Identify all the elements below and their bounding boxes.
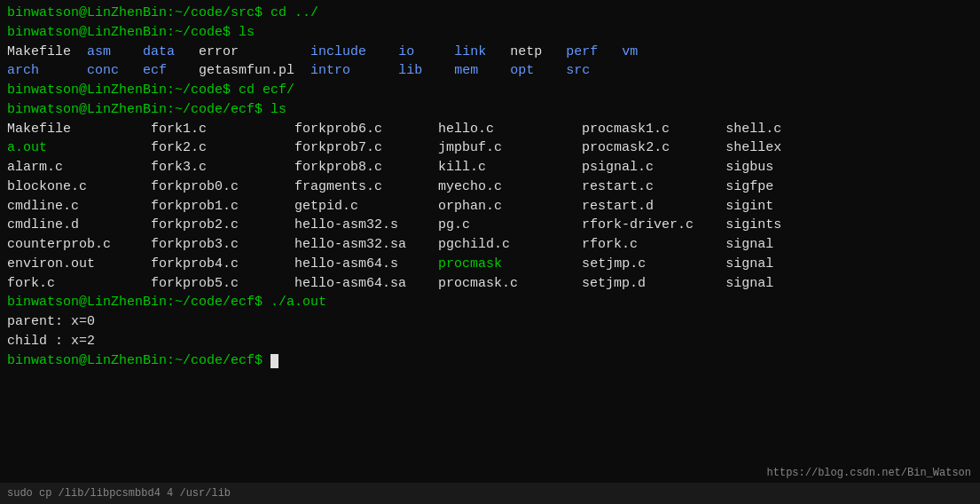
terminal-line: counterprob.c forkprob3.c hello-asm32.sa… bbox=[7, 235, 973, 255]
terminal-line: binwatson@LinZhenBin:~/code/ecf$ ./a.out bbox=[7, 293, 973, 312]
terminal-line: binwatson@LinZhenBin:~/code/ecf$ ls bbox=[7, 100, 973, 120]
bottom-bar: sudo cp /lib/libpcsmbbd4 4 /usr/lib bbox=[0, 483, 980, 504]
terminal-line: Makefile fork1.c forkprob6.c hello.c pro… bbox=[7, 120, 973, 139]
prompt: binwatson@LinZhenBin:~/code/ecf$ bbox=[7, 353, 270, 368]
prompt: binwatson@LinZhenBin:~/code/src$ cd ../ bbox=[7, 5, 318, 20]
output-text: environ.out forkprob4.c hello-asm64.s pr… bbox=[7, 256, 773, 272]
terminal-line: binwatson@LinZhenBin:~/code$ cd ecf/ bbox=[7, 81, 973, 100]
output-text: a.out bbox=[7, 140, 47, 155]
terminal-line: cmdline.c forkprob1.c getpid.c orphan.c … bbox=[7, 197, 973, 217]
terminal-line: parent: x=0 bbox=[7, 312, 973, 332]
terminal-line: a.out fork2.c forkprob7.c jmpbuf.c procm… bbox=[7, 138, 973, 158]
cursor bbox=[270, 354, 278, 368]
output-text: child : x=2 bbox=[7, 334, 95, 349]
terminal-line: alarm.c fork3.c forkprob8.c kill.c psign… bbox=[7, 158, 973, 177]
output-text: fork2.c forkprob7.c jmpbuf.c procmask2.c… bbox=[47, 140, 781, 155]
terminal-line: child : x=2 bbox=[7, 332, 973, 351]
terminal-line[interactable]: binwatson@LinZhenBin:~/code/ecf$ bbox=[7, 351, 973, 371]
prompt: binwatson@LinZhenBin:~/code$ cd ecf/ bbox=[7, 83, 294, 98]
terminal-line: binwatson@LinZhenBin:~/code/src$ cd ../ bbox=[7, 4, 973, 23]
prompt: binwatson@LinZhenBin:~/code/ecf$ ./a.out bbox=[7, 295, 326, 310]
output-text: parent: x=0 bbox=[7, 314, 95, 329]
output-text: arch conc ecf getasmfun.pl intro lib mem… bbox=[7, 63, 590, 78]
terminal-line: binwatson@LinZhenBin:~/code$ ls bbox=[7, 23, 973, 43]
terminal-line: blockone.c forkprob0.c fragments.c myech… bbox=[7, 177, 973, 197]
output-text: cmdline.c forkprob1.c getpid.c orphan.c … bbox=[7, 199, 773, 214]
terminal-line: arch conc ecf getasmfun.pl intro lib mem… bbox=[7, 61, 973, 81]
output-text: cmdline.d forkprob2.c hello-asm32.s pg.c… bbox=[7, 217, 781, 232]
terminal-line: Makefile asm data error include io link … bbox=[7, 43, 973, 62]
output-text: Makefile asm data error include io link … bbox=[7, 44, 638, 59]
output-text: blockone.c forkprob0.c fragments.c myech… bbox=[7, 179, 773, 194]
output-text: fork.c forkprob5.c hello-asm64.sa procma… bbox=[7, 276, 773, 291]
bottom-text: sudo cp /lib/libpcsmbbd4 4 /usr/lib bbox=[7, 487, 231, 500]
terminal-line: fork.c forkprob5.c hello-asm64.sa procma… bbox=[7, 274, 973, 294]
terminal-line: cmdline.d forkprob2.c hello-asm32.s pg.c… bbox=[7, 216, 973, 235]
output-text: alarm.c fork3.c forkprob8.c kill.c psign… bbox=[7, 160, 773, 175]
prompt: binwatson@LinZhenBin:~/code/ecf$ ls bbox=[7, 102, 286, 117]
terminal-line: environ.out forkprob4.c hello-asm64.s pr… bbox=[7, 255, 973, 274]
output-text: Makefile fork1.c forkprob6.c hello.c pro… bbox=[7, 122, 781, 137]
prompt: binwatson@LinZhenBin:~/code$ ls bbox=[7, 25, 255, 40]
output-text: counterprob.c forkprob3.c hello-asm32.sa… bbox=[7, 237, 773, 252]
terminal: binwatson@LinZhenBin:~/code/src$ cd ../ … bbox=[0, 0, 980, 504]
watermark: https://blog.csdn.net/Bin_Watson bbox=[767, 467, 971, 479]
